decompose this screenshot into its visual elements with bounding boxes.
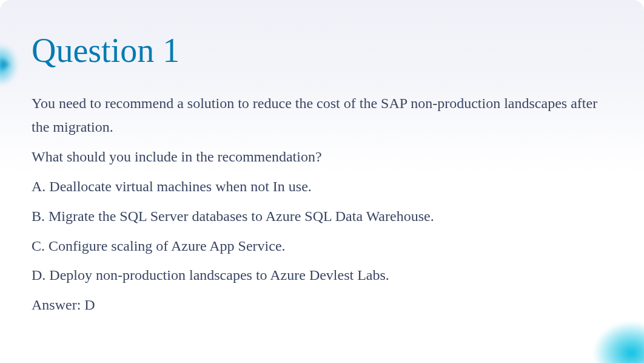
option-b: B. Migrate the SQL Server databases to A… [32, 205, 612, 228]
question-body: You need to recommend a solution to redu… [32, 92, 612, 317]
decorative-glow-bottom-right [593, 321, 644, 363]
slide-container: Question 1 You need to recommend a solut… [0, 0, 644, 363]
option-c: C. Configure scaling of Azure App Servic… [32, 234, 612, 258]
option-d: D. Deploy non-production landscapes to A… [32, 263, 612, 287]
question-intro-1: You need to recommend a solution to redu… [32, 92, 612, 139]
question-title: Question 1 [32, 30, 612, 71]
question-intro-2: What should you include in the recommend… [32, 145, 612, 169]
answer-line: Answer: D [32, 293, 612, 317]
decorative-glow-top-left [0, 44, 18, 86]
option-a: A. Deallocate virtual machines when not … [32, 175, 612, 198]
